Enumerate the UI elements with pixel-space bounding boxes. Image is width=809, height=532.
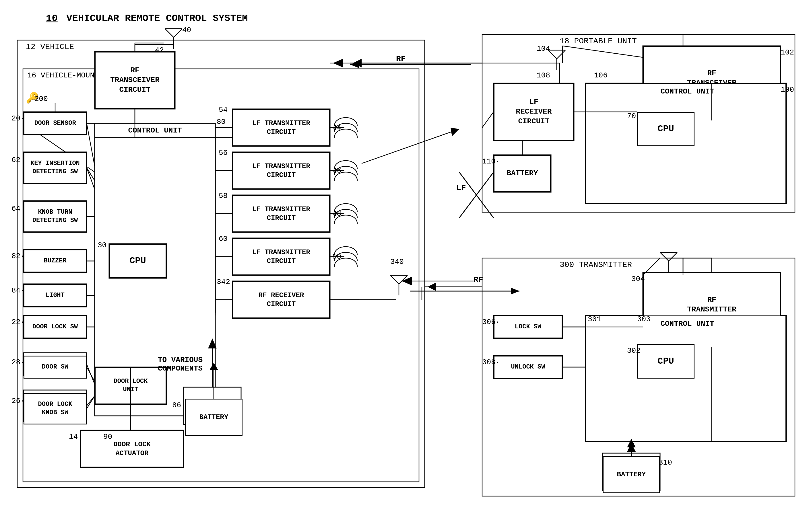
label-340: 340 — [390, 258, 404, 266]
svg-marker-87 — [350, 61, 359, 68]
label-200: 200 — [34, 95, 48, 103]
lf-tx-54-box: LF TRANSMITTERCIRCUIT — [233, 109, 330, 146]
label-80: 80 — [217, 118, 226, 126]
svg-line-83 — [174, 29, 182, 37]
label-304: 304 — [631, 275, 645, 283]
label-342: 342 — [217, 278, 230, 286]
rf-transceiver-top-box: RFTRANSCEIVERCIRCUIT — [95, 52, 175, 109]
label-106: 106 — [594, 71, 607, 80]
battery-main-box: BATTERY — [185, 398, 242, 436]
label-86: 86 — [172, 401, 181, 410]
vehicle-label: 12 VEHICLE — [26, 42, 74, 51]
rf-rx-342-box: RF RECEIVERCIRCUIT — [233, 281, 330, 318]
svg-line-90 — [557, 50, 565, 59]
unlock-sw-box: UNLOCK SW — [494, 356, 563, 378]
label-26: 26· — [12, 397, 25, 405]
label-62: 62 — [12, 156, 20, 164]
label-84: 84· — [12, 286, 25, 295]
portable-unit-label: 18 PORTABLE UNIT — [560, 37, 637, 46]
label-100: 100 — [780, 86, 794, 94]
door-lock-sw-box: DOOR LOCK SW — [23, 316, 87, 338]
portable-cpu-box: CPU — [637, 112, 694, 146]
transmitter-label: 300 TRANSMITTER — [560, 261, 632, 269]
label-104: 104 — [537, 45, 550, 53]
knob-turn-box: KNOB TURNDETECTING SW — [23, 201, 87, 232]
svg-line-54 — [87, 396, 95, 406]
label-110: 110· — [482, 157, 500, 166]
label-102: 102 — [780, 48, 794, 57]
label-108: 108 — [537, 71, 550, 80]
label-306: 306· — [482, 318, 500, 326]
label-58: 58 — [219, 192, 228, 200]
label-70: 70 — [627, 112, 636, 121]
svg-marker-103 — [511, 288, 519, 295]
svg-line-100 — [399, 275, 408, 284]
svg-line-53 — [87, 364, 95, 384]
rf-label-bottom: RF — [474, 275, 483, 284]
portable-battery-box: BATTERY — [494, 155, 551, 192]
label-14: 14 — [69, 432, 78, 441]
buzzer-box: BUZZER — [23, 249, 87, 272]
label-82: 82· — [12, 252, 25, 261]
label-301: 301 — [588, 315, 601, 323]
label-90: 90 — [103, 432, 112, 441]
trans-cpu-box: CPU — [637, 344, 694, 378]
door-lock-knob-box: DOOR LOCKKNOB SW — [23, 393, 87, 424]
label-310: 310 — [659, 458, 672, 467]
label-28: 28· — [12, 358, 25, 367]
lock-sw-box: LOCK SW — [494, 316, 563, 338]
cpu-main-box: CPU — [109, 244, 167, 278]
label-30: 30 — [98, 241, 106, 249]
svg-line-96 — [669, 252, 677, 261]
portable-lf-rx-box: LFRECEIVERCIRCUIT — [494, 83, 574, 141]
svg-line-99 — [390, 275, 399, 284]
door-sensor-box: DOOR SENSOR — [23, 112, 87, 135]
label-54: 54 — [219, 106, 228, 114]
lf-tx-56-box: LF TRANSMITTERCIRCUIT — [233, 152, 330, 189]
label-308: 308· — [482, 358, 500, 367]
svg-line-68 — [482, 112, 494, 128]
label-56: 56 — [219, 148, 228, 157]
light-box: LIGHT — [23, 284, 87, 307]
label-60: 60 — [219, 235, 228, 243]
lf-tx-58-box: LF TRANSMITTERCIRCUIT — [233, 195, 330, 232]
svg-line-46 — [87, 123, 95, 166]
key-insertion-box: KEY INSERTIONDETECTING SW — [23, 152, 87, 183]
svg-line-95 — [660, 252, 669, 261]
svg-marker-75 — [627, 443, 636, 452]
door-lock-actuator-box: DOOR LOCKACTUATOR — [80, 430, 184, 467]
door-sw-box: DOOR SW — [23, 356, 87, 378]
control-unit-label: CONTROL UNIT — [95, 123, 215, 138]
title-number: 10 VEHICULAR REMOTE CONTROL SYSTEM — [46, 13, 248, 24]
door-lock-unit-box: DOOR LOCKUNIT — [95, 367, 167, 404]
label-40: 40 — [182, 26, 191, 34]
label-302: 302 — [627, 347, 640, 355]
trans-battery-box: BATTERY — [603, 456, 660, 493]
to-various-label: TO VARIOUSCOMPONENTS — [158, 356, 203, 373]
label-20: 20· — [12, 114, 25, 123]
label-22: 22· — [12, 318, 25, 326]
label-64: 64 — [12, 205, 20, 213]
svg-line-82 — [165, 29, 174, 37]
lf-tx-60-box: LF TRANSMITTERCIRCUIT — [233, 238, 330, 275]
trans-control-unit-box: CONTROL UNIT — [585, 316, 786, 442]
label-303: 303 — [637, 315, 651, 323]
